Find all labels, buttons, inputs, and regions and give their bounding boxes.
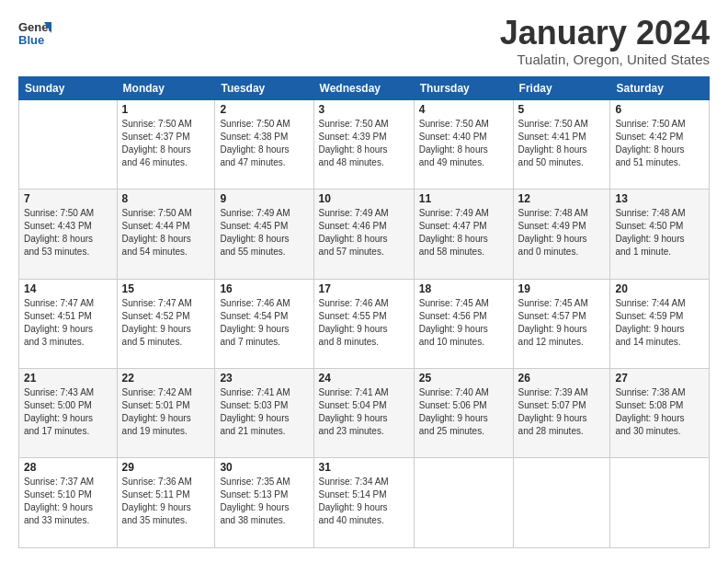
calendar-cell: 26Sunrise: 7:39 AM Sunset: 5:07 PM Dayli… <box>513 369 610 458</box>
calendar-cell: 12Sunrise: 7:48 AM Sunset: 4:49 PM Dayli… <box>513 190 610 279</box>
day-info: Sunrise: 7:47 AM Sunset: 4:51 PM Dayligh… <box>24 297 112 349</box>
calendar-cell: 31Sunrise: 7:34 AM Sunset: 5:14 PM Dayli… <box>313 458 414 548</box>
calendar-cell: 4Sunrise: 7:50 AM Sunset: 4:40 PM Daylig… <box>414 99 513 189</box>
calendar-cell: 14Sunrise: 7:47 AM Sunset: 4:51 PM Dayli… <box>19 279 118 368</box>
day-info: Sunrise: 7:48 AM Sunset: 4:49 PM Dayligh… <box>518 207 606 259</box>
subtitle: Tualatin, Oregon, United States <box>500 52 710 67</box>
day-info: Sunrise: 7:47 AM Sunset: 4:52 PM Dayligh… <box>122 297 210 349</box>
day-number: 9 <box>220 192 308 205</box>
day-number: 15 <box>122 282 210 295</box>
header: General Blue January 2024 Tualatin, Oreg… <box>18 15 710 67</box>
day-number: 30 <box>220 461 308 474</box>
day-info: Sunrise: 7:50 AM Sunset: 4:44 PM Dayligh… <box>122 207 210 259</box>
calendar-week-5: 28Sunrise: 7:37 AM Sunset: 5:10 PM Dayli… <box>19 458 710 548</box>
day-number: 26 <box>518 372 606 385</box>
day-number: 13 <box>615 192 704 205</box>
calendar-cell: 15Sunrise: 7:47 AM Sunset: 4:52 PM Dayli… <box>117 279 215 368</box>
day-info: Sunrise: 7:46 AM Sunset: 4:55 PM Dayligh… <box>319 297 409 349</box>
day-info: Sunrise: 7:48 AM Sunset: 4:50 PM Dayligh… <box>615 207 704 259</box>
day-number: 12 <box>518 192 606 205</box>
calendar-cell <box>610 458 710 548</box>
calendar-cell: 24Sunrise: 7:41 AM Sunset: 5:04 PM Dayli… <box>313 369 414 458</box>
calendar-cell <box>513 458 610 548</box>
day-info: Sunrise: 7:38 AM Sunset: 5:08 PM Dayligh… <box>615 386 704 438</box>
day-number: 10 <box>319 192 409 205</box>
calendar-cell: 19Sunrise: 7:45 AM Sunset: 4:57 PM Dayli… <box>513 279 610 368</box>
svg-text:Blue: Blue <box>18 33 44 47</box>
day-number: 18 <box>419 282 508 295</box>
day-info: Sunrise: 7:50 AM Sunset: 4:39 PM Dayligh… <box>319 118 409 169</box>
col-saturday: Saturday <box>610 76 710 99</box>
day-number: 5 <box>518 103 606 116</box>
day-info: Sunrise: 7:36 AM Sunset: 5:11 PM Dayligh… <box>122 476 210 527</box>
main-title: January 2024 <box>500 15 710 52</box>
day-info: Sunrise: 7:50 AM Sunset: 4:42 PM Dayligh… <box>615 118 704 169</box>
col-wednesday: Wednesday <box>313 76 414 99</box>
day-info: Sunrise: 7:49 AM Sunset: 4:46 PM Dayligh… <box>319 207 409 259</box>
day-info: Sunrise: 7:42 AM Sunset: 5:01 PM Dayligh… <box>122 386 210 438</box>
day-info: Sunrise: 7:50 AM Sunset: 4:43 PM Dayligh… <box>24 207 112 259</box>
calendar-cell: 23Sunrise: 7:41 AM Sunset: 5:03 PM Dayli… <box>215 369 313 458</box>
day-number: 25 <box>419 372 508 385</box>
day-number: 8 <box>122 192 210 205</box>
calendar-cell: 5Sunrise: 7:50 AM Sunset: 4:41 PM Daylig… <box>513 99 610 189</box>
day-number: 21 <box>24 372 112 385</box>
day-info: Sunrise: 7:40 AM Sunset: 5:06 PM Dayligh… <box>419 386 508 438</box>
calendar-cell: 10Sunrise: 7:49 AM Sunset: 4:46 PM Dayli… <box>313 190 414 279</box>
calendar-cell: 17Sunrise: 7:46 AM Sunset: 4:55 PM Dayli… <box>313 279 414 368</box>
day-info: Sunrise: 7:35 AM Sunset: 5:13 PM Dayligh… <box>220 476 308 527</box>
calendar-cell: 3Sunrise: 7:50 AM Sunset: 4:39 PM Daylig… <box>313 99 414 189</box>
calendar-cell: 30Sunrise: 7:35 AM Sunset: 5:13 PM Dayli… <box>215 458 313 548</box>
day-number: 28 <box>24 461 112 474</box>
day-number: 31 <box>319 461 409 474</box>
col-monday: Monday <box>117 76 215 99</box>
day-number: 2 <box>220 103 308 116</box>
calendar-cell: 8Sunrise: 7:50 AM Sunset: 4:44 PM Daylig… <box>117 190 215 279</box>
calendar-cell: 6Sunrise: 7:50 AM Sunset: 4:42 PM Daylig… <box>610 99 710 189</box>
day-number: 1 <box>122 103 210 116</box>
calendar-cell: 28Sunrise: 7:37 AM Sunset: 5:10 PM Dayli… <box>19 458 118 548</box>
day-number: 11 <box>419 192 508 205</box>
day-info: Sunrise: 7:50 AM Sunset: 4:41 PM Dayligh… <box>518 118 606 169</box>
day-number: 3 <box>319 103 409 116</box>
day-number: 23 <box>220 372 308 385</box>
day-number: 22 <box>122 372 210 385</box>
calendar-week-4: 21Sunrise: 7:43 AM Sunset: 5:00 PM Dayli… <box>19 369 710 458</box>
day-number: 17 <box>319 282 409 295</box>
calendar-cell: 16Sunrise: 7:46 AM Sunset: 4:54 PM Dayli… <box>215 279 313 368</box>
day-info: Sunrise: 7:50 AM Sunset: 4:37 PM Dayligh… <box>122 118 210 169</box>
calendar-cell: 20Sunrise: 7:44 AM Sunset: 4:59 PM Dayli… <box>610 279 710 368</box>
day-number: 24 <box>319 372 409 385</box>
day-number: 20 <box>615 282 704 295</box>
logo: General Blue <box>18 15 51 48</box>
calendar-week-2: 7Sunrise: 7:50 AM Sunset: 4:43 PM Daylig… <box>19 190 710 279</box>
logo-icon: General Blue <box>18 15 51 48</box>
col-tuesday: Tuesday <box>215 76 313 99</box>
day-number: 6 <box>615 103 704 116</box>
calendar-cell: 29Sunrise: 7:36 AM Sunset: 5:11 PM Dayli… <box>117 458 215 548</box>
day-number: 16 <box>220 282 308 295</box>
day-number: 14 <box>24 282 112 295</box>
day-info: Sunrise: 7:39 AM Sunset: 5:07 PM Dayligh… <box>518 386 606 438</box>
calendar-cell: 21Sunrise: 7:43 AM Sunset: 5:00 PM Dayli… <box>19 369 118 458</box>
calendar-cell: 2Sunrise: 7:50 AM Sunset: 4:38 PM Daylig… <box>215 99 313 189</box>
col-thursday: Thursday <box>414 76 513 99</box>
page: General Blue January 2024 Tualatin, Oreg… <box>0 0 728 563</box>
col-friday: Friday <box>513 76 610 99</box>
day-number: 4 <box>419 103 508 116</box>
calendar-cell: 1Sunrise: 7:50 AM Sunset: 4:37 PM Daylig… <box>117 99 215 189</box>
col-sunday: Sunday <box>19 76 118 99</box>
calendar-cell: 18Sunrise: 7:45 AM Sunset: 4:56 PM Dayli… <box>414 279 513 368</box>
day-number: 29 <box>122 461 210 474</box>
calendar-table: Sunday Monday Tuesday Wednesday Thursday… <box>18 76 710 548</box>
calendar-cell <box>414 458 513 548</box>
calendar-cell: 9Sunrise: 7:49 AM Sunset: 4:45 PM Daylig… <box>215 190 313 279</box>
calendar-cell: 11Sunrise: 7:49 AM Sunset: 4:47 PM Dayli… <box>414 190 513 279</box>
calendar-cell <box>19 99 118 189</box>
calendar-cell: 7Sunrise: 7:50 AM Sunset: 4:43 PM Daylig… <box>19 190 118 279</box>
day-number: 7 <box>24 192 112 205</box>
day-info: Sunrise: 7:41 AM Sunset: 5:03 PM Dayligh… <box>220 386 308 438</box>
calendar-week-3: 14Sunrise: 7:47 AM Sunset: 4:51 PM Dayli… <box>19 279 710 368</box>
calendar-cell: 27Sunrise: 7:38 AM Sunset: 5:08 PM Dayli… <box>610 369 710 458</box>
day-info: Sunrise: 7:49 AM Sunset: 4:47 PM Dayligh… <box>419 207 508 259</box>
